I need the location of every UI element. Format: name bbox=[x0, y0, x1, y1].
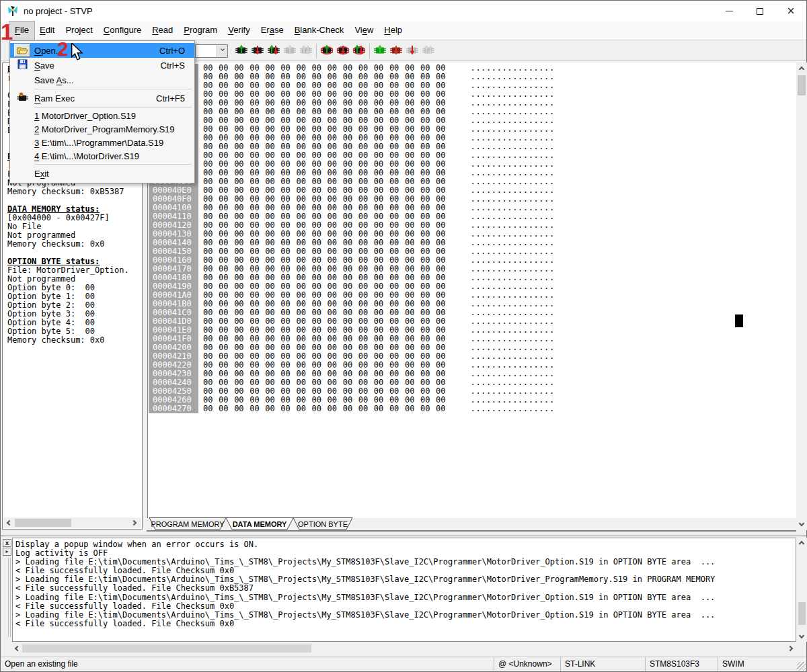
tabs-baseline bbox=[147, 530, 796, 532]
menu-item-label: Save As... bbox=[34, 75, 194, 85]
file-menu-item-save-as[interactable]: Save As... bbox=[10, 73, 194, 87]
log-line: < File successfully loaded. File Checksu… bbox=[13, 602, 796, 611]
menu-file[interactable]: File bbox=[9, 22, 34, 40]
blank-check-button[interactable] bbox=[372, 43, 388, 59]
hscroll-thumb[interactable] bbox=[15, 519, 71, 527]
file-menu-item-4-e-tim-motordriver-s19[interactable]: 4 E:\tim\...\MotorDriver.S19 bbox=[10, 149, 194, 163]
menu-verify[interactable]: Verify bbox=[223, 22, 256, 40]
erase-button[interactable] bbox=[388, 43, 404, 59]
menu-item-label: 3 E:\tim\...\Programmer\Data.S19 bbox=[34, 138, 194, 148]
status-protocol: SWIM bbox=[718, 657, 806, 671]
hex-bytes[interactable]: 00 00 00 00 00 00 00 00 00 00 00 00 00 0… bbox=[203, 405, 446, 413]
file-menu-item-exit[interactable]: Exit bbox=[10, 166, 194, 181]
auto-program-disabled-button bbox=[420, 43, 436, 59]
menu-item-label: Exit bbox=[34, 169, 194, 179]
stvp-app-logo-icon bbox=[7, 5, 19, 17]
log-gripper[interactable] bbox=[8, 558, 11, 637]
status-panel-hscrollbar[interactable] bbox=[3, 517, 141, 528]
file-menu-item-1-motordriver-option-s19[interactable]: 1 MotorDriver_Option.S19 bbox=[10, 109, 194, 122]
status-line: Memory checksum: 0x0 bbox=[7, 240, 142, 249]
read-device-button[interactable] bbox=[233, 43, 249, 59]
log-vscroll-thumb[interactable] bbox=[798, 602, 806, 625]
menu-item-label: Ram Exec bbox=[34, 93, 156, 103]
hex-vscrollbar[interactable] bbox=[796, 62, 807, 530]
status-line: Memory checksum: 0x0 bbox=[7, 336, 142, 345]
file-menu-item-ram-exec[interactable]: Ram ExecCtrl+F5 bbox=[10, 91, 194, 106]
menu-program[interactable]: Program bbox=[178, 22, 223, 40]
verify-device-button[interactable] bbox=[266, 43, 282, 59]
scroll-left-icon[interactable] bbox=[7, 520, 12, 526]
scroll-down-icon[interactable] bbox=[799, 521, 804, 526]
menu-item-label: 2 MotorDriver_ProgramMemory.S19 bbox=[34, 124, 194, 134]
menu-item-shortcut: Ctrl+S bbox=[161, 60, 194, 71]
read-disabled-button bbox=[282, 43, 298, 59]
maximize-button[interactable] bbox=[744, 1, 775, 22]
menu-separator bbox=[34, 107, 192, 108]
open-folder-icon bbox=[14, 44, 30, 57]
menu-blank-check[interactable]: Blank-Check bbox=[289, 22, 350, 40]
minimize-icon bbox=[726, 11, 733, 11]
hex-row: 0000427000 00 00 00 00 00 00 00 00 00 00… bbox=[149, 405, 555, 413]
scroll-left-icon[interactable] bbox=[15, 646, 20, 651]
menu-read[interactable]: Read bbox=[147, 22, 178, 40]
erase-icon bbox=[389, 43, 404, 59]
log-hscrollbar[interactable] bbox=[12, 643, 796, 654]
verify-disabled-button bbox=[298, 43, 314, 59]
file-menu-item-3-e-tim-programmer-data-s19[interactable]: 3 E:\tim\...\Programmer\Data.S19 bbox=[10, 136, 194, 149]
read-all-tabs-button[interactable] bbox=[319, 43, 335, 59]
scroll-right-icon[interactable] bbox=[787, 646, 793, 651]
menu-item-label: Open... bbox=[34, 46, 159, 56]
chevron-down-icon bbox=[221, 47, 225, 51]
hex-address: 00004270 bbox=[149, 405, 198, 413]
minimize-button[interactable] bbox=[714, 1, 744, 22]
menu-edit[interactable]: Edit bbox=[34, 22, 60, 40]
log-hscroll-thumb[interactable] bbox=[22, 644, 311, 653]
log-close-button[interactable]: x bbox=[3, 539, 11, 547]
scroll-up-icon[interactable] bbox=[799, 67, 804, 72]
log-line: > Loading file E:\tim\Documents\Arduino\… bbox=[13, 593, 796, 602]
program-device-button[interactable] bbox=[249, 43, 266, 59]
vscroll-thumb[interactable] bbox=[798, 75, 806, 95]
window-title: no project - STVP bbox=[24, 6, 93, 16]
log-expand-button[interactable]: ▸ bbox=[3, 548, 11, 556]
status-message: Open an existing file bbox=[1, 657, 494, 671]
scroll-up-icon[interactable] bbox=[799, 541, 804, 546]
scroll-right-icon[interactable] bbox=[131, 520, 137, 526]
menu-help[interactable]: Help bbox=[379, 22, 408, 40]
menu-view[interactable]: View bbox=[349, 22, 379, 40]
tab-label[interactable]: OPTION BYTE bbox=[298, 520, 348, 528]
menu-project[interactable]: Project bbox=[60, 22, 98, 40]
hex-editor[interactable]: 0000400000 00 00 00 00 00 00 00 00 00 00… bbox=[147, 62, 796, 518]
status-hardware: ST-LINK bbox=[560, 657, 645, 671]
combo-dropdown-button[interactable] bbox=[217, 45, 227, 57]
resize-grip[interactable] bbox=[797, 662, 806, 671]
tab-label[interactable]: DATA MEMORY bbox=[233, 520, 287, 528]
log-line: Display a popup window when an error occ… bbox=[13, 540, 796, 549]
ram-exec-chip-icon bbox=[17, 92, 28, 104]
auto-program-button[interactable] bbox=[404, 43, 420, 59]
status-device: STM8S103F3 bbox=[645, 657, 718, 671]
menu-configure[interactable]: Configure bbox=[98, 22, 147, 40]
log-vscrollbar[interactable] bbox=[797, 538, 807, 642]
file-menu-item-open[interactable]: Open...Ctrl+O bbox=[10, 43, 194, 58]
toolbar-separator bbox=[316, 44, 317, 58]
verify-all-tabs-button[interactable] bbox=[351, 43, 367, 59]
menu-erase[interactable]: Erase bbox=[256, 22, 289, 40]
close-button[interactable]: × bbox=[775, 1, 806, 22]
menubar: FileEditProjectConfigureReadProgramVerif… bbox=[1, 22, 806, 40]
hex-ascii: ................ bbox=[471, 405, 555, 413]
device-combo-select[interactable] bbox=[195, 44, 228, 58]
toolbar-separator bbox=[369, 44, 370, 58]
file-menu-item-save[interactable]: SaveCtrl+S bbox=[10, 58, 194, 73]
read-all-tabs-icon bbox=[319, 43, 334, 59]
titlebar: no project - STVP × bbox=[1, 1, 806, 22]
menu-item-shortcut: Ctrl+F5 bbox=[156, 93, 194, 103]
tab-label[interactable]: PROGRAM MEMORY bbox=[151, 520, 225, 528]
output-log-panel: x ▸ Display a popup window when an error… bbox=[1, 536, 806, 657]
file-menu-popup: Open...Ctrl+OSaveCtrl+SSave As...Ram Exe… bbox=[9, 40, 195, 183]
scroll-down-icon[interactable] bbox=[799, 633, 804, 638]
log-output: Display a popup window when an error occ… bbox=[12, 538, 796, 642]
file-menu-item-2-motordriver-programmemory-s19[interactable]: 2 MotorDriver_ProgramMemory.S19 bbox=[10, 122, 194, 136]
program-all-tabs-button[interactable] bbox=[335, 43, 351, 59]
program-device-icon bbox=[250, 43, 265, 59]
